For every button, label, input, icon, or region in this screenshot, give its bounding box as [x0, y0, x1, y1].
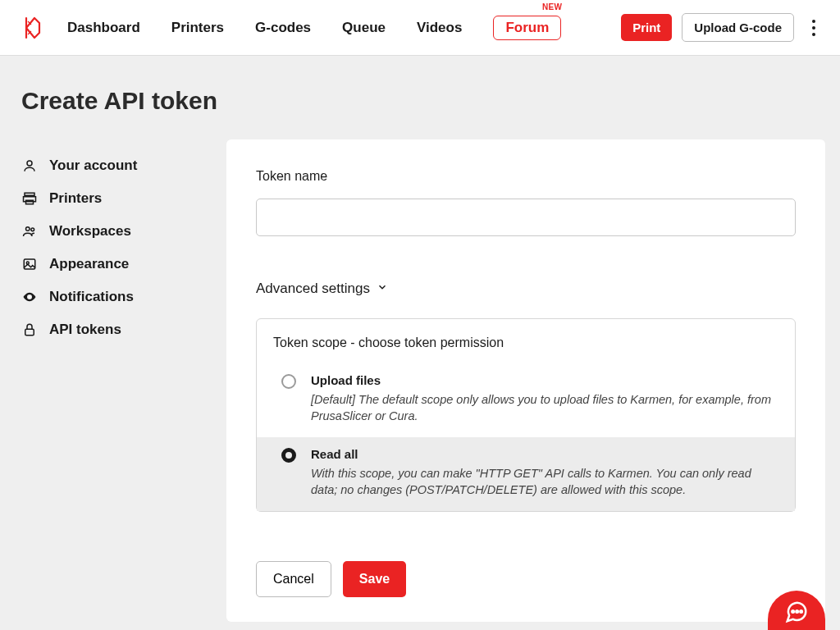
scope-option-desc: [Default] The default scope only allows … [311, 392, 777, 424]
users-icon [21, 223, 38, 240]
kebab-menu-icon[interactable] [804, 20, 824, 36]
sidebar-item-notifications[interactable]: Notifications [21, 281, 202, 313]
settings-sidebar: Your account Printers Workspaces Appeara… [21, 139, 202, 622]
scope-option-label: Upload files [311, 373, 777, 387]
svg-point-8 [29, 296, 31, 299]
brand-logo[interactable] [23, 16, 43, 39]
sidebar-item-printers[interactable]: Printers [21, 182, 202, 215]
sidebar-item-label: API tokens [49, 322, 121, 338]
advanced-settings-toggle[interactable]: Advanced settings [256, 281, 796, 297]
sidebar-item-label: Appearance [49, 256, 129, 272]
scope-option-read-all[interactable]: Read all With this scope, you can make "… [257, 437, 795, 511]
sidebar-item-label: Workspaces [49, 223, 131, 240]
form-card: Token name Advanced settings Token scope… [226, 139, 825, 622]
sidebar-item-label: Printers [49, 190, 102, 207]
upload-gcode-button[interactable]: Upload G-code [682, 13, 794, 42]
chat-icon [784, 593, 809, 628]
printer-icon [21, 190, 38, 207]
token-name-label: Token name [256, 169, 796, 184]
svg-point-4 [26, 227, 30, 231]
sidebar-item-appearance[interactable]: Appearance [21, 248, 202, 281]
svg-rect-1 [25, 193, 34, 195]
print-button[interactable]: Print [621, 14, 672, 41]
svg-point-5 [31, 228, 34, 231]
sidebar-item-label: Your account [49, 158, 137, 174]
save-button[interactable]: Save [343, 561, 406, 597]
header-actions: Print Upload G-code [621, 13, 824, 42]
nav-links: Dashboard Printers G-codes Queue Videos … [67, 16, 561, 40]
svg-rect-6 [24, 259, 35, 269]
nav-printers[interactable]: Printers [171, 20, 224, 36]
form-actions: Cancel Save [256, 561, 796, 597]
page-title: Create API token [21, 87, 840, 115]
nav-dashboard[interactable]: Dashboard [67, 20, 140, 36]
nav-forum-label: Forum [505, 20, 549, 35]
svg-point-10 [792, 610, 794, 613]
top-nav: Dashboard Printers G-codes Queue Videos … [0, 0, 840, 56]
nav-queue[interactable]: Queue [342, 20, 386, 36]
advanced-settings-label: Advanced settings [256, 281, 370, 297]
scope-option-desc: With this scope, you can make "HTTP GET"… [311, 466, 777, 498]
svg-rect-9 [25, 329, 34, 336]
chevron-down-icon [377, 281, 388, 297]
sidebar-item-account[interactable]: Your account [21, 149, 202, 182]
svg-point-12 [800, 610, 802, 613]
token-scope-title: Token scope - choose token permission [273, 336, 795, 350]
nav-forum[interactable]: NEW Forum [493, 16, 561, 40]
eye-icon [21, 289, 38, 305]
nav-videos[interactable]: Videos [417, 20, 462, 36]
nav-gcodes[interactable]: G-codes [255, 20, 311, 36]
cancel-button[interactable]: Cancel [256, 561, 331, 597]
scope-option-body: Upload files [Default] The default scope… [311, 373, 777, 424]
scope-option-body: Read all With this scope, you can make "… [311, 447, 777, 498]
token-name-input[interactable] [256, 199, 796, 236]
svg-point-0 [27, 161, 32, 166]
token-scope-group: Token scope - choose token permission Up… [256, 318, 796, 512]
svg-point-11 [796, 610, 798, 613]
lock-icon [21, 322, 38, 338]
new-badge: NEW [542, 2, 562, 11]
sidebar-item-workspaces[interactable]: Workspaces [21, 215, 202, 248]
image-icon [21, 256, 38, 272]
radio-icon [281, 374, 296, 389]
scope-option-label: Read all [311, 447, 777, 461]
scope-option-upload-files[interactable]: Upload files [Default] The default scope… [257, 363, 795, 437]
user-icon [21, 158, 38, 174]
sidebar-item-label: Notifications [49, 289, 134, 305]
sidebar-item-api-tokens[interactable]: API tokens [21, 313, 202, 346]
radio-icon [281, 448, 296, 463]
